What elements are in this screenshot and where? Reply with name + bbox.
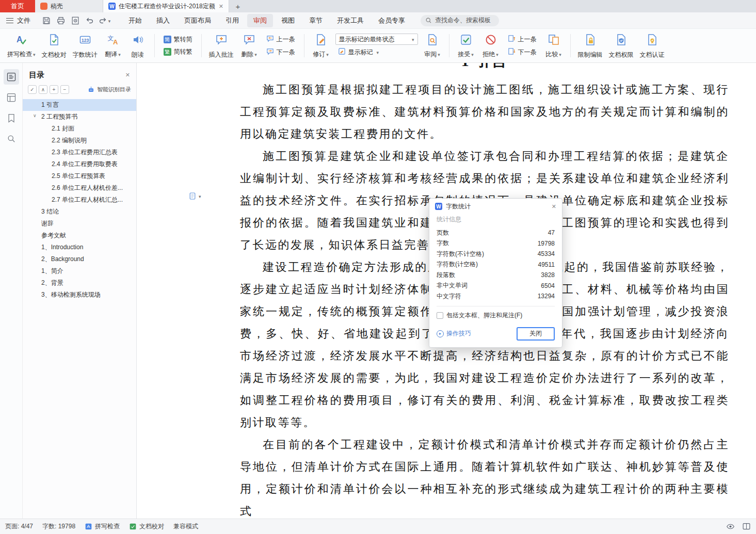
toc-select-icon[interactable] — [28, 85, 37, 94]
insert-comment-button[interactable]: 插入批注 — [206, 31, 237, 60]
toc-item[interactable]: 3、移动检测系统现场 — [23, 289, 136, 301]
toc-item[interactable]: 2.5 单位工程预算表 — [23, 170, 136, 182]
spell-check-button[interactable]: A 拼写检查 — [4, 31, 39, 60]
file-menu-button[interactable]: 文件 — [0, 16, 37, 25]
tab-review[interactable]: 审阅 — [247, 14, 273, 27]
word-count-dialog: 字数统计 统计信息 页数47 字数19798 字符数(不计空格)45334 字符… — [429, 198, 562, 348]
translate-button[interactable]: 文A 翻译 — [101, 31, 125, 60]
spell-status-icon — [85, 523, 92, 530]
chevron-down-icon[interactable] — [33, 113, 37, 118]
toc-collapse-all-icon[interactable] — [60, 85, 69, 94]
toc-item[interactable]: 2.3 单位工程费用汇总表 — [23, 147, 136, 158]
bookmark-panel-button[interactable] — [4, 110, 19, 126]
gaoke-tab[interactable]: 稿壳 — [35, 0, 103, 12]
print-preview-button[interactable] — [69, 14, 82, 27]
toc-item[interactable]: 3 结论 — [23, 206, 136, 218]
close-tab-icon[interactable] — [219, 3, 223, 10]
accept-button[interactable]: 接受 — [454, 31, 478, 60]
document-heading: 1 引言 — [240, 63, 729, 72]
doc-auth-button[interactable]: 文档认证 — [637, 31, 668, 60]
tab-start[interactable]: 开始 — [122, 14, 148, 27]
track-changes-icon — [315, 34, 327, 47]
reject-button[interactable]: 拒绝 — [478, 31, 503, 60]
toc-item[interactable]: 2、Background — [23, 253, 136, 265]
wps-writer-icon — [108, 3, 116, 10]
outline-panel-button[interactable] — [4, 69, 19, 85]
quick-access-toolbar — [37, 14, 114, 27]
next-comment-button[interactable]: 下一条 — [264, 46, 298, 58]
tab-references[interactable]: 引用 — [219, 14, 245, 27]
toc-item[interactable]: 2.4 单位工程费用取费表 — [23, 158, 136, 170]
toc-expand-all-icon[interactable] — [50, 85, 58, 94]
checkbox-icon[interactable] — [437, 312, 443, 319]
print-button[interactable] — [54, 14, 68, 27]
divider — [437, 306, 555, 306]
read-aloud-button[interactable]: 朗读 — [125, 31, 150, 60]
track-changes-button[interactable]: 修订 — [309, 31, 333, 60]
delete-comment-button[interactable]: 删除 — [237, 31, 262, 60]
undo-button[interactable] — [83, 14, 96, 27]
compare-button[interactable]: 比较 — [541, 31, 566, 60]
show-markup-button[interactable]: 显示标记 — [335, 46, 418, 58]
toc-item[interactable]: 2、背景 — [23, 277, 136, 289]
toc-item[interactable]: 2.6 单位工程人材机价差... — [23, 182, 136, 194]
prev-comment-button[interactable]: 上一条 — [264, 34, 298, 45]
tab-insert[interactable]: 插入 — [150, 14, 176, 27]
toc-item[interactable]: 2 工程预算书 — [23, 111, 136, 123]
dialog-titlebar[interactable]: 字数统计 — [429, 199, 562, 214]
review-icon — [426, 34, 439, 47]
close-dialog-button[interactable]: 关闭 — [517, 327, 555, 341]
tab-section[interactable]: 章节 — [303, 14, 329, 27]
review-pane-button[interactable]: 审阅 — [420, 31, 445, 60]
toc-collapse-icon[interactable] — [39, 85, 47, 94]
word-count-button[interactable]: 123 字数统计 — [70, 31, 101, 60]
next-change-button[interactable]: 下一条 — [505, 46, 539, 58]
word-count-indicator[interactable]: 字数: 19798 — [42, 522, 75, 531]
tips-link[interactable]: 操作技巧 — [437, 329, 471, 338]
toc-item[interactable]: 2.1 封面 — [23, 123, 136, 135]
find-panel-button[interactable] — [4, 131, 19, 147]
tab-page-layout[interactable]: 页面布局 — [178, 14, 217, 27]
spell-check-status[interactable]: 拼写检查 — [85, 522, 120, 531]
include-footnotes-checkbox[interactable]: 包括文本框、脚注和尾注(F) — [437, 311, 555, 320]
comment-collapse-handle[interactable] — [188, 192, 201, 200]
toc-item[interactable]: 2.2 编制说明 — [23, 135, 136, 147]
redo-button[interactable] — [98, 14, 111, 27]
trad-to-simp-button[interactable]: 繁转简 — [161, 34, 195, 45]
tab-member[interactable]: 会员专享 — [372, 14, 411, 27]
toc-item[interactable]: 谢辞 — [23, 218, 136, 230]
compat-mode-indicator[interactable]: 兼容模式 — [173, 522, 198, 531]
toc-close-icon[interactable] — [125, 72, 130, 78]
markup-group: 显示标记的最终状态 显示标记 — [333, 31, 420, 60]
document-tab[interactable]: 住宅楼工程造价毕业设计-2018定额 — [103, 0, 229, 12]
tab-view[interactable]: 视图 — [275, 14, 301, 27]
doc-proof-status[interactable]: 文档校对 — [129, 522, 164, 531]
simp-to-trad-button[interactable]: 简转繁 — [161, 46, 195, 57]
restrict-edit-button[interactable]: 限制编辑 — [575, 31, 606, 60]
reject-slash-icon — [485, 34, 497, 47]
command-search-input[interactable]: 查找命令、搜索模板 — [421, 15, 499, 26]
save-button[interactable] — [40, 14, 53, 27]
dialog-close-icon[interactable] — [552, 203, 556, 210]
tab-dev-tools[interactable]: 开发工具 — [331, 14, 370, 27]
gaoke-app-icon — [40, 3, 47, 10]
smart-recognize-button[interactable]: 智能识别目录 — [87, 86, 131, 93]
panel-layout-button[interactable] — [4, 90, 19, 105]
doc-proof-button[interactable]: 文档校对 — [39, 31, 70, 60]
toc-item[interactable]: 1、简介 — [23, 265, 136, 277]
page-indicator[interactable]: 页面: 4/47 — [5, 522, 33, 531]
toc-item[interactable]: 1、Introduction — [23, 241, 136, 253]
ribbon-separator — [570, 34, 571, 57]
doc-permission-button[interactable]: 文档权限 — [606, 31, 637, 60]
paragraph: 施工图预算是根据拟建工程项目的设计施工图纸，施工组织设计或施工方案、现行工程预算… — [240, 78, 729, 145]
toc-item[interactable]: 参考文献 — [23, 230, 136, 241]
search-icon — [425, 17, 432, 24]
new-tab-button[interactable] — [229, 0, 247, 12]
eye-protection-icon[interactable] — [726, 522, 735, 531]
view-mode-icon[interactable] — [742, 522, 751, 531]
markup-state-select[interactable]: 显示标记的最终状态 — [335, 34, 418, 45]
toc-item[interactable]: 1 引言 — [23, 99, 136, 111]
prev-change-button[interactable]: 上一条 — [505, 34, 539, 45]
toc-item[interactable]: 2.7 单位工程人材机汇总... — [23, 194, 136, 206]
home-tab[interactable]: 首页 — [0, 0, 35, 12]
